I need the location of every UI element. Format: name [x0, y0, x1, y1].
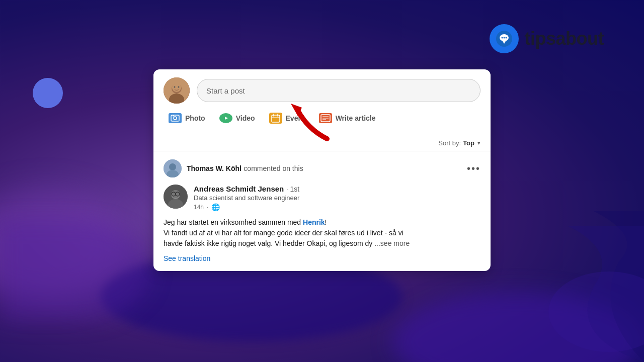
commentor-text: Thomas W. Köhl commented on this — [187, 164, 303, 173]
video-button[interactable]: Video — [214, 109, 264, 127]
logo-icon — [490, 24, 519, 53]
event-icon-svg — [271, 114, 280, 123]
post-creator-section: Start a post — [153, 69, 491, 104]
feed-post: Thomas W. Köhl commented on this ••• — [153, 151, 491, 271]
post-author-title: Data scientist and software engineer — [194, 194, 480, 202]
svg-point-9 — [172, 83, 181, 92]
sort-value: Top — [463, 139, 474, 147]
see-more-button[interactable]: ...see more — [374, 239, 410, 247]
svg-point-25 — [169, 163, 176, 170]
event-button[interactable]: Event — [264, 109, 314, 128]
chat-bubble-icon — [496, 30, 513, 47]
svg-rect-16 — [272, 115, 280, 122]
post-text-line1-end: ! — [325, 218, 327, 226]
start-post-input[interactable]: Start a post — [197, 79, 480, 102]
post-text-line2: Vi fandt ud af at vi har alt for mange g… — [164, 229, 404, 237]
svg-point-10 — [174, 86, 176, 88]
svg-rect-12 — [171, 115, 179, 121]
commentor-avatar-svg — [164, 159, 182, 177]
commentor-avatar — [164, 159, 182, 177]
video-icon-svg — [222, 115, 229, 122]
article-icon — [319, 113, 332, 123]
post-degree-value: 1st — [290, 185, 299, 193]
logo-text: tipsabout — [525, 28, 604, 49]
post-author-avatar — [164, 185, 188, 209]
post-content: Jeg har startet en virksomhed sammen med… — [164, 217, 480, 249]
post-meta: 14h · 🌐 — [194, 203, 480, 211]
commentor-action-text: commented on this — [244, 164, 303, 172]
svg-point-4 — [503, 37, 505, 39]
post-author-info: Andreas Schmidt Jensen · 1st Data scient… — [194, 185, 480, 211]
svg-marker-15 — [225, 117, 228, 120]
video-label: Video — [236, 114, 255, 122]
more-options-button[interactable]: ••• — [467, 163, 480, 174]
svg-point-5 — [505, 37, 507, 39]
post-author-name: Andreas Schmidt Jensen — [194, 185, 284, 193]
post-time-separator: · — [207, 204, 208, 211]
post-link-henrik[interactable]: Henrik — [303, 218, 325, 226]
main-card: Start a post Photo Video — [153, 69, 491, 271]
see-translation-link[interactable]: See translation — [164, 254, 210, 262]
avatar-image — [164, 77, 190, 104]
author-name-row: Andreas Schmidt Jensen · 1st — [194, 185, 480, 194]
decorative-circle — [33, 78, 63, 108]
action-row: Photo Video Event — [153, 104, 491, 135]
commentor-row: Thomas W. Köhl commented on this ••• — [164, 159, 480, 177]
wave-left — [0, 221, 151, 322]
post-text-line1: Jeg har startet en virksomhed sammen med — [164, 218, 303, 226]
post-author-avatar-svg — [164, 185, 188, 209]
photo-button[interactable]: Photo — [164, 109, 214, 127]
sort-bar: Sort by: Top ▾ — [153, 135, 491, 151]
article-icon-svg — [320, 114, 331, 122]
post-text-line3: havde faktisk ikke rigtig noget valg. Vi… — [164, 239, 372, 247]
photo-label: Photo — [185, 114, 205, 122]
post-time: 14h — [194, 204, 204, 211]
logo-area: tipsabout — [490, 24, 604, 53]
article-label: Write article — [336, 114, 376, 122]
event-label: Event — [286, 114, 305, 122]
start-post-placeholder: Start a post — [206, 86, 245, 95]
event-icon — [269, 113, 282, 124]
svg-point-13 — [174, 117, 177, 120]
photo-icon-svg — [171, 115, 180, 122]
chevron-down-icon[interactable]: ▾ — [477, 140, 480, 146]
globe-icon: 🌐 — [211, 203, 220, 211]
commentor-name: Thomas W. Köhl — [187, 164, 242, 172]
svg-point-11 — [178, 86, 180, 88]
write-article-button[interactable]: Write article — [314, 109, 385, 127]
sort-label: Sort by: — [438, 139, 461, 147]
commentor-info: Thomas W. Köhl commented on this — [164, 159, 303, 177]
user-avatar — [164, 77, 190, 104]
svg-point-3 — [501, 37, 503, 39]
post-author-row: Andreas Schmidt Jensen · 1st Data scient… — [164, 185, 480, 211]
svg-rect-14 — [173, 115, 174, 117]
video-icon — [219, 113, 232, 123]
photo-icon — [169, 113, 182, 123]
avatar-svg — [164, 77, 190, 104]
